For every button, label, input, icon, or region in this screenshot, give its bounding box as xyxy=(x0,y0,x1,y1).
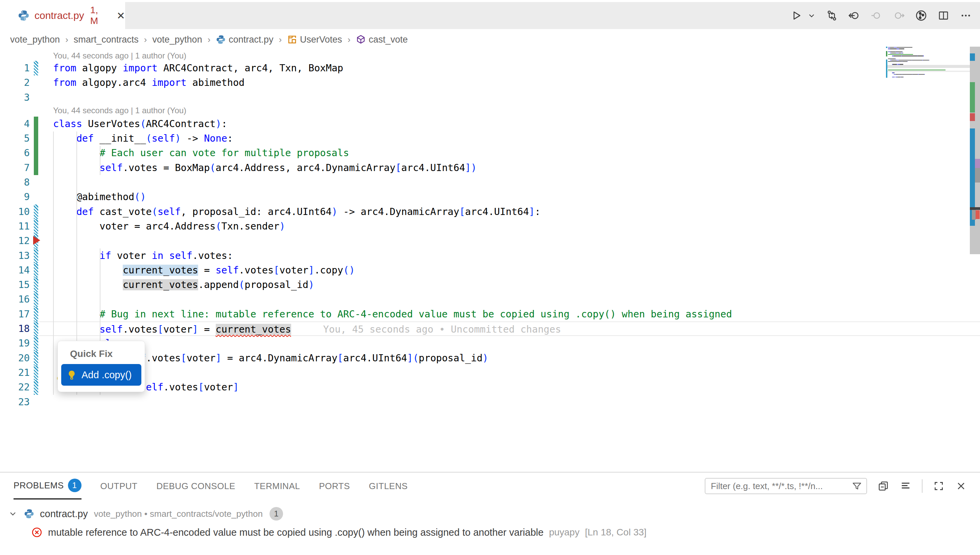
collapse-all-icon[interactable] xyxy=(900,480,912,492)
quick-fix-action-label: Add .copy() xyxy=(82,369,132,380)
line-number[interactable]: 17 xyxy=(0,307,32,321)
code-line-19[interactable]: 19 else: xyxy=(0,336,980,351)
code-line-12[interactable]: 12 xyxy=(0,234,980,248)
code-line-5[interactable]: 5 def __init__(self) -> None: xyxy=(0,131,980,146)
run-icon[interactable] xyxy=(790,10,803,22)
problems-file-row[interactable]: contract.py vote_python • smart_contract… xyxy=(0,505,980,523)
line-number[interactable]: 10 xyxy=(0,204,32,219)
code-line-9[interactable]: 9 @abimethod() xyxy=(0,189,980,204)
python-file-icon xyxy=(24,508,34,519)
panel-tab-problems[interactable]: PROBLEMS1 xyxy=(13,473,82,500)
line-number[interactable]: 14 xyxy=(0,263,32,278)
gutter-added-marker xyxy=(32,146,39,160)
tab-contract-py[interactable]: contract.py 1, M ✕ xyxy=(9,2,125,29)
code-line-17[interactable]: 17 # Bug in next line: mutable reference… xyxy=(0,307,980,321)
code-line-4[interactable]: 4class UserVotes(ARC4Contract): xyxy=(0,117,980,131)
code-line-23[interactable]: 23 xyxy=(0,395,980,409)
commit-graph-icon[interactable] xyxy=(915,10,927,22)
overview-ruler-scrollbar[interactable] xyxy=(970,47,980,254)
breadcrumb-item-vote_python[interactable]: vote_python xyxy=(153,34,202,45)
close-panel-icon[interactable] xyxy=(955,480,967,492)
gutter-added-marker xyxy=(32,160,39,175)
code-line-1[interactable]: 1from algopy import ARC4Contract, arc4, … xyxy=(0,61,980,75)
line-number[interactable]: 15 xyxy=(0,278,32,292)
code-line-7[interactable]: 7 self.votes = BoxMap(arc4.Address, arc4… xyxy=(0,160,980,175)
code-line-14[interactable]: 14 current_votes = self.votes[voter].cop… xyxy=(0,263,980,278)
line-number[interactable]: 23 xyxy=(0,395,32,409)
git-compare-icon[interactable] xyxy=(826,10,838,22)
panel-tab-debug-console[interactable]: DEBUG CONSOLE xyxy=(156,473,235,500)
code-line-16[interactable]: 16 xyxy=(0,292,980,306)
line-number[interactable]: 6 xyxy=(0,146,32,160)
tab-close-icon[interactable]: ✕ xyxy=(117,10,125,22)
next-change-icon[interactable] xyxy=(893,10,905,22)
problems-error-row[interactable]: mutable reference to ARC-4-encoded value… xyxy=(0,523,980,542)
panel-tab-terminal[interactable]: TERMINAL xyxy=(254,473,300,500)
previous-change-icon[interactable] xyxy=(871,10,883,22)
line-number[interactable]: 19 xyxy=(0,336,32,351)
code-line-13[interactable]: 13 if voter in self.votes: xyxy=(0,249,980,263)
line-number[interactable]: 22 xyxy=(0,380,32,395)
run-dropdown-chevron-icon[interactable] xyxy=(808,10,816,22)
view-as-table-icon[interactable] xyxy=(877,480,889,492)
line-number[interactable]: 5 xyxy=(0,131,32,146)
code-line-21[interactable]: 21 xyxy=(0,366,980,380)
symbol-method-icon xyxy=(356,34,366,45)
code-line-6[interactable]: 6 # Each user can vote for multiple prop… xyxy=(0,146,980,160)
panel-tab-gitlens[interactable]: GITLENS xyxy=(369,473,408,500)
breadcrumb-item-cast_vote[interactable]: cast_vote xyxy=(356,34,408,45)
more-actions-icon[interactable] xyxy=(960,10,972,22)
line-number[interactable]: 12 xyxy=(0,234,32,248)
breadcrumb-item-vote_python[interactable]: vote_python xyxy=(10,34,60,45)
line-number[interactable]: 18 xyxy=(0,321,32,336)
problems-filter-input[interactable] xyxy=(711,481,851,491)
code-line-3[interactable]: 3 xyxy=(0,90,980,105)
code-line-11[interactable]: 11 voter = arc4.Address(Txn.sender) xyxy=(0,219,980,234)
split-editor-icon[interactable] xyxy=(937,10,949,22)
breadcrumb: vote_python›smart_contracts›vote_python›… xyxy=(10,29,408,50)
breadcrumb-item-UserVotes[interactable]: UserVotes xyxy=(287,34,342,45)
line-number[interactable]: 9 xyxy=(0,189,32,204)
code-lens-2[interactable]: You, 44 seconds ago | 1 author (You) xyxy=(0,105,980,117)
code-text xyxy=(39,175,980,189)
quick-fix-action-add-copy[interactable]: Add .copy() xyxy=(61,364,141,386)
problems-filter[interactable] xyxy=(705,478,867,494)
minimap[interactable] xyxy=(888,47,969,79)
code-text: self.votes = BoxMap(arc4.Address, arc4.D… xyxy=(39,160,980,175)
code-lens-1[interactable]: You, 44 seconds ago | 1 author (You) xyxy=(0,51,980,61)
gutter-modified-marker xyxy=(32,263,39,278)
maximize-panel-icon[interactable] xyxy=(933,480,945,492)
code-line-10[interactable]: 10 def cast_vote(self, proposal_id: arc4… xyxy=(0,204,980,219)
problems-count-badge: 1 xyxy=(270,507,283,521)
lightbulb-icon xyxy=(67,370,77,380)
line-number[interactable]: 8 xyxy=(0,175,32,189)
problems-file-name: contract.py xyxy=(40,508,88,520)
panel-tab-output[interactable]: OUTPUT xyxy=(100,473,138,500)
chevron-down-icon[interactable] xyxy=(8,509,18,518)
line-number[interactable]: 20 xyxy=(0,351,32,366)
line-number[interactable]: 16 xyxy=(0,292,32,306)
problem-location: [Ln 18, Col 33] xyxy=(585,527,647,538)
line-number[interactable]: 3 xyxy=(0,90,32,105)
code-line-22[interactable]: 22 return self.votes[voter] xyxy=(0,380,980,395)
panel-tab-ports[interactable]: PORTS xyxy=(319,473,350,500)
line-number[interactable]: 2 xyxy=(0,75,32,90)
line-number[interactable]: 7 xyxy=(0,160,32,175)
breadcrumb-item-contract.py[interactable]: contract.py xyxy=(216,34,273,45)
tab-decoration: 1, M xyxy=(90,5,107,26)
code-line-2[interactable]: 2from algopy.arc4 import abimethod xyxy=(0,75,980,90)
line-number[interactable]: 4 xyxy=(0,117,32,131)
line-number[interactable]: 13 xyxy=(0,249,32,263)
code-line-8[interactable]: 8 xyxy=(0,175,980,189)
line-number[interactable]: 1 xyxy=(0,61,32,75)
line-number[interactable]: 21 xyxy=(0,366,32,380)
navigate-back-icon[interactable] xyxy=(848,10,860,22)
line-number[interactable]: 11 xyxy=(0,219,32,234)
gutter-modified-marker xyxy=(32,249,39,263)
code-line-15[interactable]: 15 current_votes.append(proposal_id) xyxy=(0,278,980,292)
code-line-20[interactable]: 20 self.votes[voter] = arc4.DynamicArray… xyxy=(0,351,980,366)
code-editor[interactable]: You, 44 seconds ago | 1 author (You)1fro… xyxy=(0,51,980,472)
breadcrumb-item-smart_contracts[interactable]: smart_contracts xyxy=(74,34,139,45)
code-line-18[interactable]: 18 self.votes[voter] = current_votesYou,… xyxy=(0,321,980,336)
breadcrumb-separator: › xyxy=(207,34,211,45)
